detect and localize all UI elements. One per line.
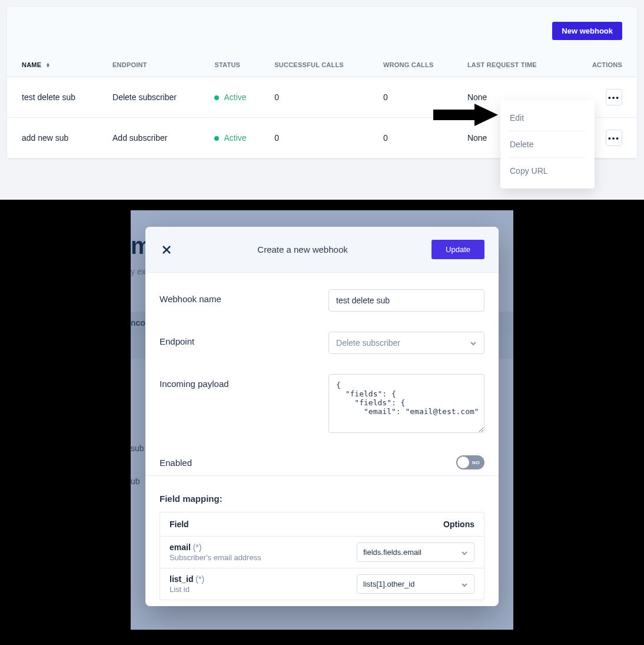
chevron-down-icon bbox=[461, 581, 468, 588]
update-button[interactable]: Update bbox=[431, 240, 484, 259]
col-name-label: NAME bbox=[22, 61, 41, 68]
webhook-name-input[interactable] bbox=[328, 289, 484, 312]
row-successful: 0 bbox=[267, 118, 376, 158]
col-last-request: LAST REQUEST TIME bbox=[460, 53, 569, 77]
annotation-arrow-icon bbox=[433, 101, 498, 128]
webhook-list-card: New webhook NAME ▲▼ ENDPOINT STATUS SUCC… bbox=[7, 7, 637, 158]
map-row: list_id (*) List id lists[1].other_id bbox=[160, 568, 484, 600]
endpoint-select[interactable]: Delete subscriber bbox=[328, 332, 484, 354]
col-endpoint: ENDPOINT bbox=[105, 53, 207, 77]
map-col-field: Field bbox=[160, 512, 305, 537]
map-field-desc: Subscriber's email address bbox=[170, 553, 296, 562]
background-page: mi y ext ncom sub ub Create a new webhoo… bbox=[131, 210, 513, 630]
webhook-modal: Create a new webhook Update Webhook name… bbox=[145, 227, 499, 606]
endpoint-select-value: Delete subscriber bbox=[336, 338, 400, 348]
row-actions-button[interactable]: ••• bbox=[606, 130, 622, 146]
map-field-desc: List id bbox=[170, 585, 296, 594]
row-endpoint: Add subscriber bbox=[105, 118, 207, 158]
menu-separator bbox=[510, 131, 585, 131]
chevron-down-icon bbox=[470, 339, 477, 346]
status-text: Active bbox=[224, 92, 246, 102]
payload-textarea[interactable] bbox=[328, 374, 484, 433]
row-status: Active bbox=[207, 77, 267, 118]
menu-item-delete[interactable]: Delete bbox=[500, 134, 595, 155]
map-field-name: email bbox=[170, 543, 191, 552]
enabled-toggle[interactable]: NO bbox=[456, 455, 484, 469]
menu-item-edit[interactable]: Edit bbox=[500, 107, 595, 128]
map-field-required: (*) bbox=[193, 543, 202, 552]
svg-marker-0 bbox=[433, 104, 498, 126]
menu-item-copy-url[interactable]: Copy URL bbox=[500, 160, 595, 181]
map-field-required: (*) bbox=[195, 574, 204, 584]
new-webhook-button[interactable]: New webhook bbox=[552, 22, 622, 40]
menu-separator bbox=[510, 157, 585, 158]
map-option-select[interactable]: lists[1].other_id bbox=[357, 574, 474, 594]
chevron-down-icon bbox=[461, 549, 468, 556]
row-actions-menu: Edit Delete Copy URL bbox=[500, 100, 595, 188]
row-name: add new sub bbox=[7, 118, 105, 158]
endpoint-label: Endpoint bbox=[160, 332, 306, 346]
map-option-value: fields.fields.email bbox=[363, 548, 421, 557]
toggle-knob bbox=[457, 457, 469, 468]
col-wrong: WRONG CALLS bbox=[376, 53, 460, 77]
status-dot-icon bbox=[214, 95, 219, 100]
row-status: Active bbox=[207, 118, 267, 158]
bg-row-fragment: sub bbox=[131, 444, 144, 453]
row-name: test delete sub bbox=[7, 77, 105, 118]
close-icon[interactable] bbox=[160, 243, 174, 257]
toggle-label: NO bbox=[472, 460, 480, 465]
row-successful: 0 bbox=[267, 77, 376, 118]
payload-label: Incoming payload bbox=[160, 374, 306, 389]
map-field-name: list_id bbox=[170, 574, 193, 584]
bg-row-fragment: ub bbox=[131, 477, 140, 486]
row-endpoint: Delete subscriber bbox=[105, 77, 207, 118]
status-dot-icon bbox=[214, 136, 219, 141]
map-col-options: Options bbox=[305, 512, 484, 537]
col-status: STATUS bbox=[207, 53, 267, 77]
enabled-label: Enabled bbox=[160, 458, 306, 468]
col-name[interactable]: NAME ▲▼ bbox=[7, 53, 105, 77]
sort-icon: ▲▼ bbox=[46, 63, 51, 68]
modal-title: Create a new webhook bbox=[174, 244, 431, 254]
field-mapping-table: Field Options email (*) Subscriber's ema… bbox=[160, 512, 484, 600]
field-mapping-title: Field mapping: bbox=[160, 494, 484, 504]
map-row: email (*) Subscriber's email address fie… bbox=[160, 537, 484, 568]
col-successful: SUCCESSFUL CALLS bbox=[267, 53, 376, 77]
map-option-value: lists[1].other_id bbox=[363, 580, 414, 588]
status-text: Active bbox=[224, 133, 246, 143]
row-actions-button[interactable]: ••• bbox=[606, 89, 622, 105]
webhook-name-label: Webhook name bbox=[160, 289, 306, 304]
col-actions: ACTIONS bbox=[569, 53, 637, 77]
map-option-select[interactable]: fields.fields.email bbox=[357, 543, 474, 562]
